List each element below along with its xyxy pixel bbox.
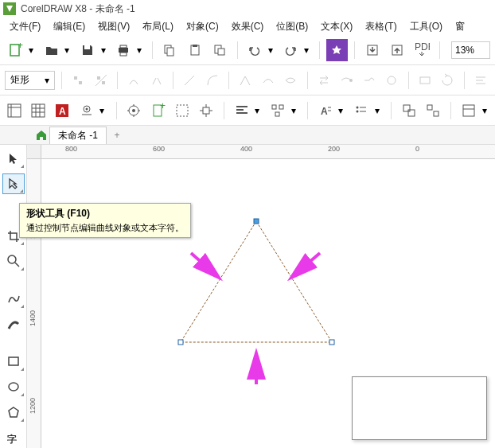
ruler-origin[interactable] bbox=[27, 145, 41, 159]
text-styles-button[interactable]: A bbox=[316, 99, 335, 122]
redo-button[interactable] bbox=[280, 39, 302, 61]
tool-tooltip: 形状工具 (F10) 通过控制节点编辑曲线对象或文本字符。 bbox=[19, 203, 191, 238]
svg-line-75 bbox=[191, 253, 218, 277]
distribute-button[interactable] bbox=[268, 99, 287, 122]
copy-button[interactable] bbox=[159, 39, 181, 61]
document-tab[interactable]: 未命名 -1 bbox=[49, 127, 107, 144]
menu-effect[interactable]: 效果(C) bbox=[225, 18, 271, 35]
align-button[interactable] bbox=[470, 69, 490, 92]
print-button[interactable] bbox=[112, 39, 134, 61]
menu-layout[interactable]: 布局(L) bbox=[136, 18, 180, 35]
add-page-button[interactable]: + bbox=[149, 99, 168, 122]
group-button[interactable] bbox=[400, 99, 419, 122]
menu-bitmap[interactable]: 位图(B) bbox=[270, 18, 314, 35]
bullets-button[interactable] bbox=[352, 99, 371, 122]
separator bbox=[307, 102, 308, 119]
to-curve-button[interactable] bbox=[202, 69, 222, 92]
shape-preset-select[interactable]: 矩形 ▾ bbox=[5, 71, 55, 90]
close-curve-button[interactable] bbox=[382, 69, 402, 92]
ellipse-tool[interactable] bbox=[2, 376, 25, 397]
horizontal-ruler[interactable]: 800 600 400 200 0 bbox=[41, 145, 495, 159]
menu-table[interactable]: 表格(T) bbox=[359, 18, 403, 35]
stretch-button[interactable] bbox=[415, 69, 435, 92]
smooth-node-button[interactable] bbox=[258, 69, 278, 92]
pdf-button[interactable]: PDF bbox=[411, 39, 433, 61]
menu-text[interactable]: 文本(X) bbox=[314, 18, 359, 35]
redo-dropdown-icon[interactable]: ▾ bbox=[303, 45, 310, 56]
bullets-dropdown-icon[interactable]: ▾ bbox=[374, 105, 380, 116]
new-dropdown-icon[interactable]: ▾ bbox=[28, 45, 34, 56]
view-dropdown-icon[interactable]: ▾ bbox=[99, 105, 105, 116]
open-button[interactable] bbox=[41, 39, 62, 61]
svg-rect-18 bbox=[102, 81, 105, 84]
grid-button[interactable] bbox=[29, 99, 48, 122]
new-button[interactable]: + bbox=[5, 39, 26, 61]
save-dropdown-icon[interactable]: ▾ bbox=[100, 45, 107, 56]
rotate-button[interactable] bbox=[438, 69, 458, 92]
menu-tools[interactable]: 工具(O) bbox=[403, 18, 449, 35]
guidelines-button[interactable] bbox=[173, 99, 192, 122]
paste-button[interactable] bbox=[184, 39, 205, 61]
object-props-button[interactable] bbox=[459, 99, 478, 122]
node-delete-button[interactable] bbox=[92, 69, 111, 92]
shape-tool[interactable] bbox=[2, 173, 25, 194]
extend-button[interactable] bbox=[337, 69, 357, 92]
polygon-tool[interactable] bbox=[2, 402, 25, 423]
svg-rect-49 bbox=[272, 105, 276, 109]
ruler-origin-button[interactable] bbox=[5, 99, 24, 122]
object-props-dropdown-icon[interactable]: ▾ bbox=[481, 105, 487, 116]
reverse-button[interactable] bbox=[314, 69, 333, 92]
tooltip-title: 形状工具 (F10) bbox=[26, 207, 184, 220]
ungroup-button[interactable] bbox=[423, 99, 442, 122]
artistic-media-tool[interactable] bbox=[2, 314, 25, 334]
svg-rect-17 bbox=[97, 76, 100, 80]
cusp-node-button[interactable] bbox=[236, 69, 255, 92]
menu-object[interactable]: 对象(C) bbox=[180, 18, 225, 35]
save-button[interactable] bbox=[76, 39, 98, 61]
separator bbox=[450, 102, 451, 119]
tab-label: 未命名 -1 bbox=[58, 129, 98, 142]
menu-file[interactable]: 文件(F) bbox=[3, 18, 47, 35]
launch-button[interactable] bbox=[326, 39, 348, 61]
undo-dropdown-icon[interactable]: ▾ bbox=[267, 45, 274, 56]
text-styles-dropdown-icon[interactable]: ▾ bbox=[338, 105, 344, 116]
text-tool[interactable]: 字 bbox=[2, 427, 25, 448]
zoom-tool[interactable] bbox=[2, 251, 25, 271]
print-dropdown-icon[interactable]: ▾ bbox=[136, 45, 142, 56]
distribute-dropdown-icon[interactable]: ▾ bbox=[290, 105, 296, 116]
symmetric-node-button[interactable] bbox=[281, 69, 301, 92]
home-icon[interactable] bbox=[33, 127, 49, 143]
page-boundary bbox=[352, 376, 487, 440]
snap-to-button[interactable] bbox=[197, 99, 216, 122]
node-add-button[interactable] bbox=[68, 69, 88, 92]
rectangle-tool[interactable] bbox=[2, 352, 25, 372]
title-bar: CorelDRAW X8 - 未命名 -1 bbox=[0, 0, 495, 18]
open-dropdown-icon[interactable]: ▾ bbox=[64, 45, 70, 56]
workspace: 字 800 600 400 200 0 1600 1400 1200 bbox=[0, 145, 495, 448]
menu-edit[interactable]: 编辑(E) bbox=[47, 18, 92, 35]
menu-window[interactable]: 窗 bbox=[449, 18, 471, 35]
align-dropdown-icon[interactable]: ▾ bbox=[255, 105, 260, 116]
svg-text:PDF: PDF bbox=[415, 43, 430, 53]
text-frame-button[interactable]: A bbox=[53, 99, 72, 122]
align-left-button[interactable] bbox=[232, 99, 251, 122]
export-button[interactable] bbox=[386, 39, 407, 61]
break-node-button[interactable] bbox=[146, 69, 166, 92]
options-button[interactable] bbox=[124, 99, 143, 122]
menu-view[interactable]: 视图(V) bbox=[92, 18, 136, 35]
extract-button[interactable] bbox=[359, 69, 379, 92]
svg-point-65 bbox=[8, 255, 16, 263]
zoom-input[interactable]: 13% bbox=[451, 41, 490, 59]
clipboard-button[interactable] bbox=[209, 39, 230, 61]
svg-point-41 bbox=[132, 109, 135, 112]
separator bbox=[237, 41, 238, 59]
undo-button[interactable] bbox=[244, 39, 265, 61]
join-nodes-button[interactable] bbox=[124, 69, 144, 92]
add-tab-button[interactable]: + bbox=[110, 128, 124, 142]
pick-tool[interactable] bbox=[2, 148, 25, 169]
freehand-tool[interactable] bbox=[2, 289, 25, 310]
import-button[interactable] bbox=[361, 39, 383, 61]
to-line-button[interactable] bbox=[180, 69, 200, 92]
property-bar: 矩形 ▾ bbox=[0, 65, 495, 95]
view-toggle-button[interactable] bbox=[76, 99, 95, 122]
